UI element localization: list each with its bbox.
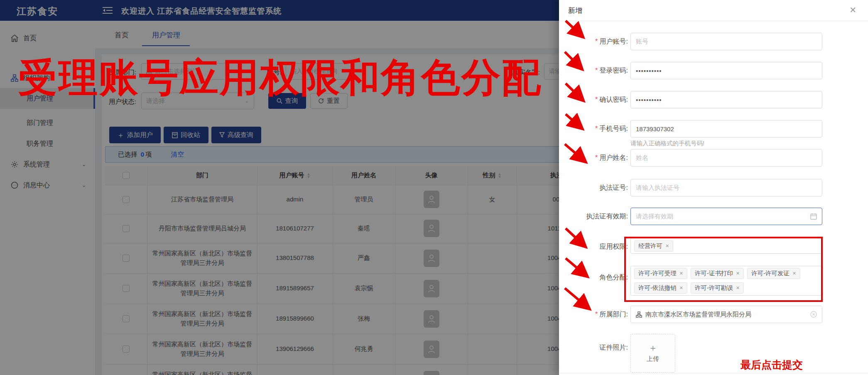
app-root: 江苏食安 欢迎进入 江苏省食品经营安全智慧监管系统 首页 组织架构 ⌃ 用户管理…	[0, 0, 868, 375]
clear-icon[interactable]	[810, 311, 817, 318]
confirm-password-input[interactable]: ••••••••••	[630, 91, 822, 108]
cert-no-placeholder: 请输入执法证号	[636, 184, 679, 192]
cert-no-input[interactable]: 请输入执法证号	[630, 179, 822, 196]
annotation-submit-note: 最后点击提交	[740, 358, 803, 372]
cert-expiry-placeholder: 请选择有效期	[636, 213, 673, 221]
confirm-password-value: ••••••••••	[636, 96, 662, 103]
upload-label: 上传	[647, 355, 659, 363]
department-label: 所属部门:	[559, 310, 628, 319]
phone-label: 手机号码:	[559, 125, 628, 133]
password-value: ••••••••••	[636, 67, 662, 74]
department-input[interactable]: 南京市溧水区市场监督管理局永阳分局	[630, 306, 822, 323]
password-label: 登录密码:	[559, 66, 628, 75]
username-placeholder: 姓名	[636, 154, 648, 162]
phone-input[interactable]: 18739307302	[630, 120, 822, 137]
phone-value: 18739307302	[636, 125, 674, 132]
org-chart-icon	[636, 311, 642, 318]
role-assignment-label: 角色分配:	[559, 273, 628, 282]
annotation-highlight-rect	[624, 237, 823, 302]
drawer-footer-divider	[559, 373, 868, 373]
new-user-drawer: 新增 ✕ 用户账号: 账号 登录密码: •••••••••• 确认密码: •••…	[559, 0, 868, 375]
annotation-big-text: 受理账号应用权限和角色分配	[18, 51, 542, 104]
username-label: 用户姓名:	[559, 154, 628, 162]
photo-label: 证件照片:	[559, 343, 628, 352]
username-input[interactable]: 姓名	[630, 149, 822, 167]
divider	[559, 21, 868, 21]
photo-upload-button[interactable]: ＋ 上传	[630, 334, 675, 373]
confirm-password-label: 确认密码:	[559, 96, 628, 104]
drawer-title: 新增	[568, 6, 582, 15]
department-value: 南京市溧水区市场监督管理局永阳分局	[645, 311, 751, 319]
plus-icon: ＋	[648, 343, 657, 353]
phone-helper-text: 请输入正确格式的手机号码!	[630, 140, 704, 147]
cert-expiry-label: 执法证有效期:	[559, 212, 628, 221]
account-label: 用户账号:	[559, 37, 628, 46]
account-input[interactable]: 账号	[630, 33, 822, 50]
calendar-icon[interactable]	[810, 213, 817, 220]
app-permissions-label: 应用权限:	[559, 243, 628, 251]
close-icon[interactable]: ✕	[849, 5, 856, 15]
account-placeholder: 账号	[636, 38, 648, 46]
cert-expiry-input[interactable]: 请选择有效期	[630, 208, 822, 225]
password-input[interactable]: ••••••••••	[630, 62, 822, 79]
cert-no-label: 执法证号:	[559, 184, 628, 192]
